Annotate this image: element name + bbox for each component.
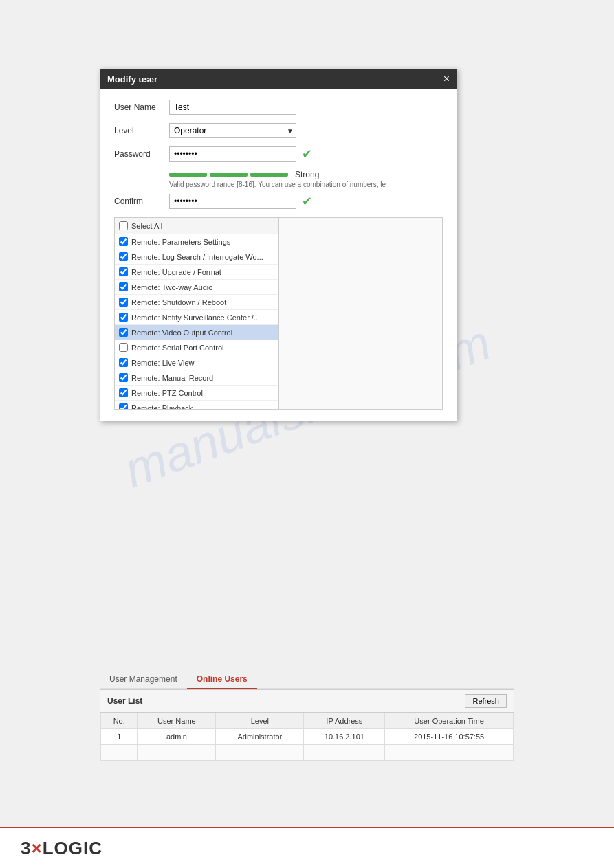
perm-checkbox-2[interactable] xyxy=(119,267,128,276)
level-select-wrapper: Operator Administrator User ▼ xyxy=(169,123,296,138)
perm-checkbox-9[interactable] xyxy=(119,373,128,382)
level-label: Level xyxy=(114,126,169,135)
perm-label-5: Remote: Notify Surveillance Center /... xyxy=(131,313,260,322)
password-strength: Strong Valid password range [8-16]. You … xyxy=(169,170,443,188)
perm-item-11[interactable]: Remote: Playback xyxy=(115,401,278,410)
table-body: 1 admin Administrator 10.16.2.101 2015-1… xyxy=(101,729,514,761)
col-username: User Name xyxy=(138,713,216,729)
perm-checkbox-7[interactable] xyxy=(119,343,128,352)
col-time: User Operation Time xyxy=(385,713,514,729)
perm-label-9: Remote: Manual Record xyxy=(131,374,213,382)
tabs-bar: User Management Online Users xyxy=(100,670,514,689)
permissions-right-panel xyxy=(279,217,443,410)
password-input[interactable] xyxy=(169,146,296,162)
cell-no: 1 xyxy=(101,729,138,745)
select-all-label: Select All xyxy=(131,222,162,230)
perm-checkbox-0[interactable] xyxy=(119,237,128,246)
permissions-section: Select All Remote: Parameters Settings R… xyxy=(114,217,443,410)
perm-item-8[interactable]: Remote: Live View xyxy=(115,355,278,370)
password-label: Password xyxy=(114,149,169,159)
strength-hint: Valid password range [8-16]. You can use… xyxy=(169,181,443,188)
perm-checkbox-5[interactable] xyxy=(119,313,128,322)
cell-empty-time xyxy=(385,745,514,761)
perm-checkbox-1[interactable] xyxy=(119,252,128,261)
modify-user-modal: Modify user × User Name Level Operator A… xyxy=(100,69,457,421)
perm-label-11: Remote: Playback xyxy=(131,404,193,410)
logo: 3×LOGIC xyxy=(21,838,102,859)
strength-bar-1 xyxy=(169,173,207,177)
perm-checkbox-11[interactable] xyxy=(119,403,128,410)
cell-username: admin xyxy=(138,729,216,745)
username-label: User Name xyxy=(114,102,169,112)
confirm-input[interactable] xyxy=(169,194,296,209)
perm-item-1[interactable]: Remote: Log Search / Interrogate Wo... xyxy=(115,249,278,265)
modal-title: Modify user xyxy=(107,74,157,85)
footer: 3×LOGIC xyxy=(0,827,614,868)
select-all-checkbox[interactable] xyxy=(119,221,128,230)
permissions-list: Select All Remote: Parameters Settings R… xyxy=(114,217,279,410)
modal-body: User Name Level Operator Administrator U… xyxy=(100,89,457,421)
confirm-row: Confirm ✔ xyxy=(114,194,443,209)
modal-close-button[interactable]: × xyxy=(443,74,450,85)
permissions-scroll[interactable]: Remote: Parameters Settings Remote: Log … xyxy=(115,234,278,410)
strength-bar-2 xyxy=(210,173,248,177)
perm-label-2: Remote: Upgrade / Format xyxy=(131,268,221,276)
confirm-valid-icon: ✔ xyxy=(302,194,312,209)
password-valid-icon: ✔ xyxy=(302,146,312,162)
perm-checkbox-10[interactable] xyxy=(119,388,128,397)
table-header: No. User Name Level IP Address User Oper… xyxy=(101,713,514,729)
cell-empty-no xyxy=(101,745,138,761)
perm-item-6[interactable]: Remote: Video Output Control xyxy=(115,325,278,340)
cell-ip: 10.16.2.101 xyxy=(304,729,385,745)
perm-item-0[interactable]: Remote: Parameters Settings xyxy=(115,234,278,249)
perm-label-7: Remote: Serial Port Control xyxy=(131,344,224,352)
col-ip: IP Address xyxy=(304,713,385,729)
perm-label-0: Remote: Parameters Settings xyxy=(131,238,230,246)
perm-checkbox-4[interactable] xyxy=(119,298,128,307)
confirm-label: Confirm xyxy=(114,197,169,206)
level-row: Level Operator Administrator User ▼ xyxy=(114,123,443,138)
password-row: Password ✔ xyxy=(114,146,443,162)
col-no: No. xyxy=(101,713,138,729)
perm-label-4: Remote: Shutdown / Reboot xyxy=(131,298,226,307)
user-list-title: User List xyxy=(107,696,142,706)
strength-label: Strong xyxy=(295,170,319,179)
cell-empty-username xyxy=(138,745,216,761)
cell-empty-level xyxy=(216,745,304,761)
strength-bar-3 xyxy=(250,173,288,177)
col-level: Level xyxy=(216,713,304,729)
user-list-section: User List Refresh No. User Name Level IP… xyxy=(100,689,514,761)
bottom-section: User Management Online Users User List R… xyxy=(100,670,514,761)
perm-item-9[interactable]: Remote: Manual Record xyxy=(115,370,278,386)
perm-item-3[interactable]: Remote: Two-way Audio xyxy=(115,280,278,295)
refresh-button[interactable]: Refresh xyxy=(465,694,507,708)
table-row-empty xyxy=(101,745,514,761)
tab-online-users[interactable]: Online Users xyxy=(187,670,257,689)
perm-label-10: Remote: PTZ Control xyxy=(131,389,203,397)
perm-item-2[interactable]: Remote: Upgrade / Format xyxy=(115,265,278,280)
logo-x: × xyxy=(31,838,42,858)
perm-item-10[interactable]: Remote: PTZ Control xyxy=(115,386,278,401)
user-list-header: User List Refresh xyxy=(100,690,514,713)
perm-label-3: Remote: Two-way Audio xyxy=(131,283,212,291)
perm-item-5[interactable]: Remote: Notify Surveillance Center /... xyxy=(115,310,278,325)
perm-label-6: Remote: Video Output Control xyxy=(131,329,232,337)
perm-item-7[interactable]: Remote: Serial Port Control xyxy=(115,340,278,355)
perm-checkbox-8[interactable] xyxy=(119,358,128,367)
modal-header: Modify user × xyxy=(100,69,457,89)
cell-empty-ip xyxy=(304,745,385,761)
perm-checkbox-6[interactable] xyxy=(119,328,128,337)
cell-level: Administrator xyxy=(216,729,304,745)
select-all-row[interactable]: Select All xyxy=(115,218,278,234)
cell-time: 2015-11-16 10:57:55 xyxy=(385,729,514,745)
perm-checkbox-3[interactable] xyxy=(119,282,128,291)
table-row: 1 admin Administrator 10.16.2.101 2015-1… xyxy=(101,729,514,745)
username-row: User Name xyxy=(114,100,443,115)
perm-label-8: Remote: Live View xyxy=(131,359,195,367)
username-input[interactable] xyxy=(169,100,296,115)
perm-label-1: Remote: Log Search / Interrogate Wo... xyxy=(131,253,263,261)
tab-user-management[interactable]: User Management xyxy=(100,670,187,688)
perm-item-4[interactable]: Remote: Shutdown / Reboot xyxy=(115,295,278,310)
user-table: No. User Name Level IP Address User Oper… xyxy=(100,713,514,761)
level-select[interactable]: Operator Administrator User xyxy=(169,123,296,138)
